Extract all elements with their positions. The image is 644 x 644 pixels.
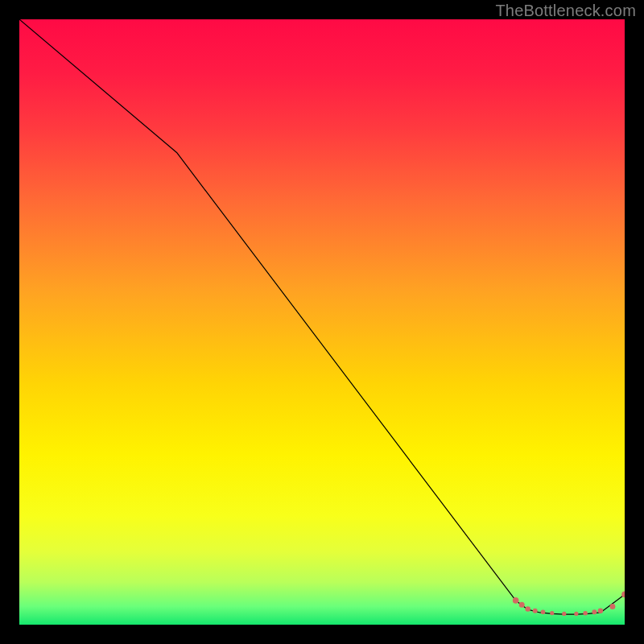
chart-svg [19,19,625,625]
marker-point [592,609,597,614]
plot-area [19,19,625,625]
marker-point [519,602,525,608]
marker-point [609,604,615,609]
marker-point [583,611,588,616]
marker-point [513,597,519,604]
marker-point [574,612,578,616]
marker-point [533,609,538,613]
chart-stage: TheBottleneck.com [0,0,644,644]
marker-point [525,606,530,612]
marker-point [541,609,546,614]
marker-point [598,609,603,613]
gradient-background [19,19,625,625]
marker-point [550,611,554,615]
marker-point [562,612,566,616]
watermark-text: TheBottleneck.com [495,2,636,20]
